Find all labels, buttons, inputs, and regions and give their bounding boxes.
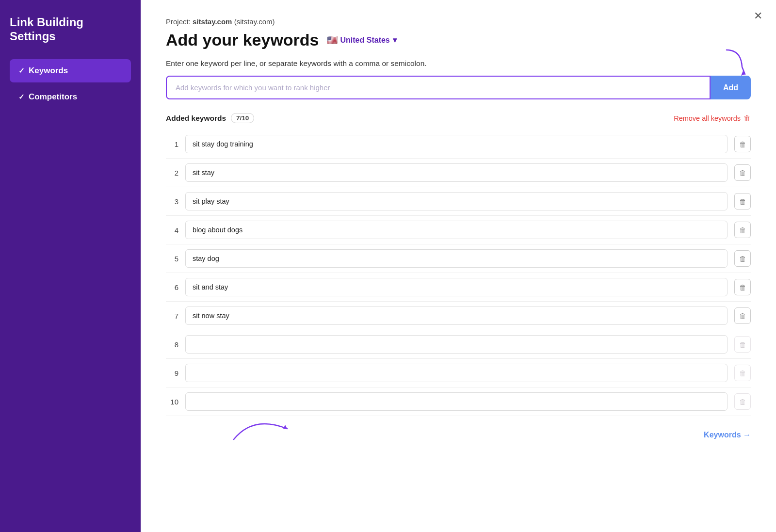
trash-icon: 🗑: [739, 283, 746, 291]
delete-keyword-button: 🗑: [734, 393, 751, 410]
keyword-field[interactable]: [185, 135, 728, 153]
keyword-row: 8🗑: [166, 330, 751, 359]
trash-icon: 🗑: [739, 255, 746, 263]
row-number: 6: [166, 283, 178, 291]
keyword-row: 4🗑: [166, 216, 751, 244]
trash-icon: 🗑: [739, 226, 746, 234]
check-icon-competitors: ✓: [18, 93, 25, 101]
trash-icon: 🗑: [739, 340, 746, 349]
keyword-field[interactable]: [185, 306, 728, 325]
sidebar-title: Link Building Settings: [10, 16, 131, 44]
row-number: 7: [166, 312, 178, 320]
keyword-row: 7🗑: [166, 302, 751, 330]
trash-icon: 🗑: [739, 169, 746, 177]
trash-icon: 🗑: [739, 140, 746, 148]
country-name: United States: [340, 36, 390, 45]
trash-icon: 🗑: [739, 312, 746, 320]
keyword-list: 1🗑2🗑3🗑4🗑5🗑6🗑7🗑8🗑9🗑10🗑: [166, 130, 751, 416]
keyword-row: 5🗑: [166, 244, 751, 273]
keyword-input[interactable]: [166, 76, 711, 99]
row-number: 5: [166, 255, 178, 263]
keyword-row: 9🗑: [166, 359, 751, 387]
trash-icon: 🗑: [739, 197, 746, 206]
delete-keyword-button[interactable]: 🗑: [734, 250, 751, 267]
instruction-text: Enter one keyword per line, or separate …: [166, 59, 751, 68]
keyword-field[interactable]: [185, 364, 728, 382]
page-title-row: Add your keywords 🇺🇸 United States ▾: [166, 31, 751, 49]
keyword-field[interactable]: [185, 163, 728, 182]
delete-keyword-button[interactable]: 🗑: [734, 136, 751, 152]
arrow-annotation-bottom: [224, 410, 311, 444]
keyword-row: 6🗑: [166, 273, 751, 302]
keyword-row: 3🗑: [166, 187, 751, 216]
delete-keyword-button: 🗑: [734, 365, 751, 381]
keyword-field[interactable]: [185, 392, 728, 411]
delete-keyword-button[interactable]: 🗑: [734, 193, 751, 210]
chevron-down-icon: ▾: [393, 35, 397, 45]
sidebar-item-competitors[interactable]: ✓ Competitors: [10, 85, 131, 109]
next-keywords-label: Keywords →: [704, 431, 751, 439]
trash-icon: 🗑: [739, 398, 746, 406]
keywords-header: Added keywords 7/10 Remove all keywords …: [166, 113, 751, 123]
delete-keyword-button[interactable]: 🗑: [734, 164, 751, 181]
sidebar-item-keywords-label: Keywords: [29, 66, 68, 76]
keyword-input-row: Add: [166, 76, 751, 99]
arrow-annotation-top: [712, 48, 751, 81]
row-number: 9: [166, 369, 178, 377]
keywords-count-badge: 7/10: [231, 113, 254, 123]
project-name: sitstay.com: [193, 17, 232, 26]
project-label: Project: sitstay.com (sitstay.com): [166, 17, 751, 26]
keyword-row: 1🗑: [166, 130, 751, 159]
main-content: ✕ Project: sitstay.com (sitstay.com) Add…: [141, 0, 776, 532]
sidebar: Link Building Settings ✓ Keywords ✓ Comp…: [0, 0, 141, 532]
sidebar-item-keywords[interactable]: ✓ Keywords: [10, 59, 131, 82]
country-selector-button[interactable]: 🇺🇸 United States ▾: [327, 35, 397, 46]
keyword-field[interactable]: [185, 335, 728, 354]
close-button[interactable]: ✕: [754, 10, 762, 22]
page-title: Add your keywords: [166, 31, 319, 49]
next-keywords-button[interactable]: Keywords →: [704, 431, 751, 439]
flag-icon: 🇺🇸: [327, 35, 338, 46]
delete-keyword-button: 🗑: [734, 336, 751, 353]
row-number: 2: [166, 169, 178, 177]
keyword-field[interactable]: [185, 221, 728, 239]
row-number: 10: [166, 398, 178, 406]
delete-keyword-button[interactable]: 🗑: [734, 279, 751, 295]
row-number: 8: [166, 340, 178, 349]
delete-keyword-button[interactable]: 🗑: [734, 222, 751, 238]
svg-marker-1: [283, 425, 287, 429]
trash-icon: 🗑: [739, 369, 746, 377]
delete-keyword-button[interactable]: 🗑: [734, 307, 751, 324]
bottom-area: Keywords →: [166, 421, 751, 439]
keywords-header-left: Added keywords 7/10: [166, 113, 254, 123]
row-number: 1: [166, 140, 178, 148]
row-number: 3: [166, 197, 178, 206]
remove-all-label: Remove all keywords: [674, 114, 741, 122]
keyword-field[interactable]: [185, 278, 728, 296]
check-icon: ✓: [18, 66, 25, 75]
sidebar-item-competitors-label: Competitors: [29, 92, 77, 102]
keyword-row: 2🗑: [166, 159, 751, 187]
trash-icon-red: 🗑: [744, 114, 751, 122]
keyword-field[interactable]: [185, 192, 728, 210]
keyword-field[interactable]: [185, 249, 728, 268]
added-keywords-label: Added keywords: [166, 114, 226, 123]
row-number: 4: [166, 226, 178, 234]
remove-all-button[interactable]: Remove all keywords 🗑: [674, 114, 751, 122]
